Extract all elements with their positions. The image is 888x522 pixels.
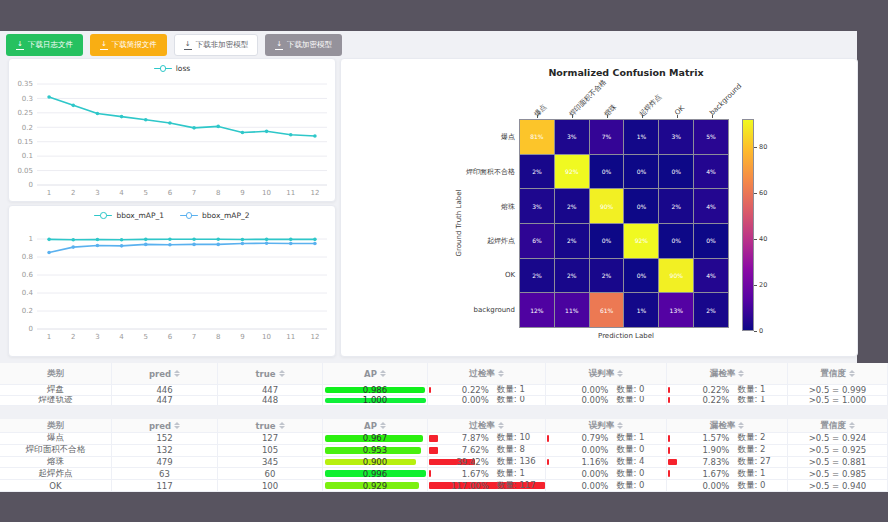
svg-text:7: 7 bbox=[192, 333, 196, 341]
matrix-col-label: 爆点 bbox=[531, 102, 548, 119]
legend-label: loss bbox=[176, 64, 191, 73]
sort-icon[interactable] bbox=[617, 422, 623, 429]
download-unencrypted-model-button[interactable]: ↓下载非加密模型 bbox=[174, 34, 258, 56]
cell-confidence: >0.5 = 0.940 bbox=[788, 480, 888, 492]
matrix-col-label: background bbox=[708, 82, 743, 117]
rate-count: 数量: 10 bbox=[489, 433, 545, 444]
cell-pred: 479 bbox=[112, 457, 218, 469]
col-header[interactable]: true bbox=[218, 419, 323, 433]
matrix-cell: 90% bbox=[590, 189, 624, 223]
matrix-cell: 0% bbox=[694, 224, 728, 258]
map-chart-card: bbox_mAP_1bbox_mAP_200.20.40.60.81123456… bbox=[8, 205, 336, 357]
col-header[interactable]: pred bbox=[112, 419, 218, 433]
button-label: 下载简报文件 bbox=[112, 40, 157, 50]
svg-text:1: 1 bbox=[47, 189, 51, 197]
matrix-cell: 6% bbox=[520, 224, 554, 258]
download-report-button[interactable]: ↓下载简报文件 bbox=[90, 34, 167, 56]
cell-true: 100 bbox=[218, 480, 323, 492]
col-header[interactable]: true bbox=[218, 363, 323, 385]
sort-icon[interactable] bbox=[380, 370, 386, 377]
svg-text:9: 9 bbox=[240, 189, 244, 197]
matrix-cell: 4% bbox=[694, 189, 728, 223]
sort-icon[interactable] bbox=[498, 370, 504, 377]
download-toolbar: ↓下载日志文件↓下载简报文件↓下载非加密模型↓下载加密模型 bbox=[6, 34, 342, 56]
rate-percent: 1.67% bbox=[667, 469, 729, 479]
svg-text:0.15: 0.15 bbox=[17, 138, 33, 146]
ap-value: 0.929 bbox=[363, 481, 387, 491]
cell-class-name: OK bbox=[0, 480, 112, 492]
cell-over-detection: 39.42%数量: 136 bbox=[428, 457, 546, 469]
col-header[interactable]: 置信度 bbox=[788, 419, 888, 433]
matrix-cell: 61% bbox=[590, 293, 624, 327]
col-header[interactable]: 漏检率 bbox=[667, 419, 788, 433]
svg-text:0: 0 bbox=[29, 325, 33, 333]
col-header[interactable]: 置信度 bbox=[788, 363, 888, 385]
cell-confidence: >0.5 = 0.881 bbox=[788, 457, 888, 469]
col-header[interactable]: 误判率 bbox=[546, 363, 667, 385]
col-header-label: 置信度 bbox=[820, 368, 846, 380]
download-encrypted-model-button[interactable]: ↓下载加密模型 bbox=[265, 34, 342, 56]
matrix-cell: 92% bbox=[624, 224, 658, 258]
sort-icon[interactable] bbox=[279, 370, 285, 377]
sort-icon[interactable] bbox=[174, 370, 180, 377]
rate-count: 数量: 0 bbox=[608, 480, 666, 491]
svg-text:0: 0 bbox=[29, 181, 33, 189]
legend-item[interactable]: bbox_mAP_1 bbox=[94, 211, 164, 220]
legend-item[interactable]: loss bbox=[154, 64, 191, 73]
cell-ap: 0.967 bbox=[323, 433, 428, 445]
cell-ap: 0.986 bbox=[323, 385, 428, 396]
svg-text:0.2: 0.2 bbox=[22, 124, 33, 132]
cell-miss-detection: 1.90%数量: 2 bbox=[667, 445, 788, 457]
sort-icon[interactable] bbox=[174, 422, 180, 429]
sort-icon[interactable] bbox=[380, 422, 386, 429]
cell-true: 105 bbox=[218, 445, 323, 457]
cell-pred: 446 bbox=[112, 385, 218, 396]
matrix-cell: 7% bbox=[590, 120, 624, 154]
download-log-button[interactable]: ↓下载日志文件 bbox=[6, 34, 83, 56]
svg-text:11: 11 bbox=[286, 189, 295, 197]
svg-text:3: 3 bbox=[95, 333, 99, 341]
col-header[interactable]: AP bbox=[323, 419, 428, 433]
svg-text:0.1: 0.1 bbox=[22, 152, 33, 160]
confusion-matrix-card: Normalized Confusion Matrix Prediction L… bbox=[340, 58, 858, 357]
matrix-cell: 0% bbox=[659, 224, 693, 258]
matrix-cell: 3% bbox=[659, 120, 693, 154]
col-header[interactable]: 误判率 bbox=[546, 419, 667, 433]
col-header[interactable]: AP bbox=[323, 363, 428, 385]
rate-count: 数量: 0 bbox=[608, 445, 666, 456]
sort-icon[interactable] bbox=[617, 370, 623, 377]
col-header[interactable]: 过检率 bbox=[428, 363, 546, 385]
col-header[interactable]: 漏检率 bbox=[667, 363, 788, 385]
svg-text:0.3: 0.3 bbox=[22, 95, 33, 103]
cell-true: 127 bbox=[218, 433, 323, 445]
rate-percent: 0.00% bbox=[546, 469, 608, 479]
cell-misjudge: 1.16%数量: 4 bbox=[546, 457, 667, 469]
sort-icon[interactable] bbox=[849, 370, 855, 377]
cell-over-detection: 0.00%数量: 0 bbox=[428, 396, 546, 407]
legend-line-icon bbox=[94, 212, 112, 219]
rate-count: 数量: 0 bbox=[608, 468, 666, 479]
svg-text:10: 10 bbox=[262, 189, 271, 197]
legend-line-icon bbox=[180, 212, 198, 219]
loss-chart-legend: loss bbox=[9, 64, 335, 73]
sort-icon[interactable] bbox=[279, 422, 285, 429]
rate-percent: 39.42% bbox=[428, 457, 489, 467]
svg-text:0.25: 0.25 bbox=[17, 109, 33, 117]
cell-true: 448 bbox=[218, 396, 323, 407]
col-header-label: true bbox=[255, 369, 275, 379]
sort-icon[interactable] bbox=[849, 422, 855, 429]
cell-confidence: >0.5 = 1.000 bbox=[788, 396, 888, 407]
sort-icon[interactable] bbox=[738, 422, 744, 429]
sort-icon[interactable] bbox=[738, 370, 744, 377]
legend-item[interactable]: bbox_mAP_2 bbox=[180, 211, 250, 220]
matrix-cell: 2% bbox=[659, 189, 693, 223]
matrix-cell: 81% bbox=[520, 120, 554, 154]
sort-icon[interactable] bbox=[498, 422, 504, 429]
col-header[interactable]: pred bbox=[112, 363, 218, 385]
cell-ap: 0.996 bbox=[323, 468, 428, 480]
cell-over-detection: 7.62%数量: 8 bbox=[428, 445, 546, 457]
cell-misjudge: 0.00%数量: 0 bbox=[546, 396, 667, 407]
col-header[interactable]: 过检率 bbox=[428, 419, 546, 433]
cell-over-detection: 0.22%数量: 1 bbox=[428, 385, 546, 396]
table-row: 起焊炸点63600.9961.67%数量: 10.00%数量: 01.67%数量… bbox=[0, 468, 888, 480]
